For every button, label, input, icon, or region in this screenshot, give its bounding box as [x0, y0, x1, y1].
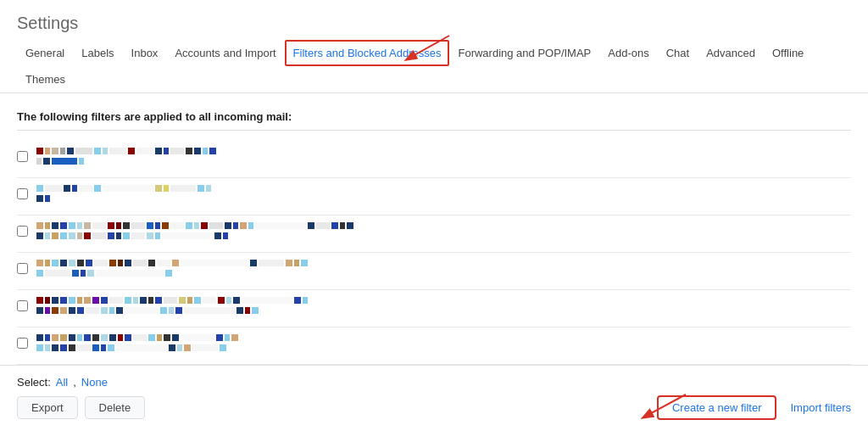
filter-checkbox-1[interactable] [17, 151, 28, 162]
import-filters-link[interactable]: Import filters [790, 401, 851, 414]
page-wrapper: Settings General Labels Inbox Accounts a… [0, 0, 868, 442]
filter-checkbox-6[interactable] [17, 338, 28, 349]
filter-row [17, 253, 851, 290]
create-filter-button[interactable]: Create a new filter [657, 395, 777, 420]
btn-group: Export Delete [17, 396, 145, 419]
tab-inbox[interactable]: Inbox [123, 40, 167, 66]
filter-content-4 [36, 260, 851, 277]
filter-row [17, 141, 851, 178]
tab-offline[interactable]: Offline [764, 40, 812, 66]
tab-accounts[interactable]: Accounts and Import [166, 40, 284, 66]
tab-general[interactable]: General [17, 40, 73, 66]
tab-addons[interactable]: Add-ons [599, 40, 657, 66]
select-label: Select: [17, 376, 51, 389]
filter-content-5 [36, 297, 851, 314]
filter-row [17, 327, 851, 365]
select-row: Select: All, None [17, 376, 851, 389]
content-area: The following filters are applied to all… [0, 93, 868, 365]
tab-filters[interactable]: Filters and Blocked Addresses [285, 40, 450, 66]
filter-content-6 [36, 334, 851, 351]
tab-themes[interactable]: Themes [17, 66, 74, 92]
filter-checkbox-3[interactable] [17, 226, 28, 237]
filter-content-2 [36, 185, 851, 202]
select-all-link[interactable]: All [56, 376, 68, 389]
filter-checkbox-5[interactable] [17, 300, 28, 311]
filter-row [17, 178, 851, 215]
filter-content-3 [36, 222, 851, 239]
delete-button[interactable]: Delete [85, 396, 146, 419]
filter-content-1 [36, 148, 851, 165]
filter-checkbox-2[interactable] [17, 188, 28, 199]
filter-checkbox-4[interactable] [17, 263, 28, 274]
tab-forwarding[interactable]: Forwarding and POP/IMAP [449, 40, 599, 66]
btn-row: Export Delete Create a new filter Import… [17, 395, 851, 420]
filters-header: The following filters are applied to all… [17, 110, 851, 131]
footer-area: Select: All, None Export Delete Create a… [0, 365, 868, 430]
filter-row [17, 290, 851, 327]
settings-title: Settings [0, 0, 868, 40]
select-none-link[interactable]: None [81, 376, 108, 389]
nav-tabs: General Labels Inbox Accounts and Import… [0, 40, 868, 93]
tab-chat[interactable]: Chat [658, 40, 698, 66]
right-actions: Create a new filter Import filters [657, 395, 851, 420]
export-button[interactable]: Export [17, 396, 78, 419]
tab-labels[interactable]: Labels [73, 40, 122, 66]
tab-advanced[interactable]: Advanced [698, 40, 764, 66]
filter-row [17, 215, 851, 253]
